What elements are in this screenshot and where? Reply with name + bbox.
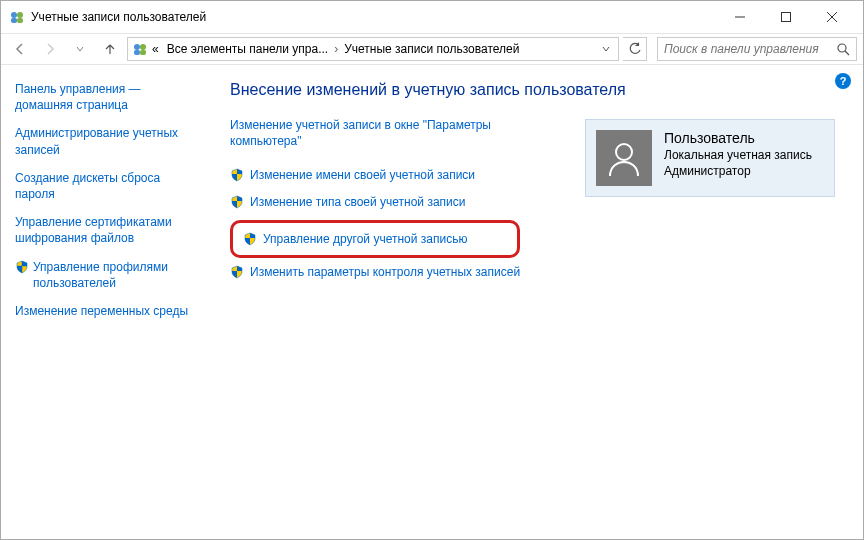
content-area: ? Панель управления — домашняя страница …: [1, 65, 863, 539]
user-name: Пользователь: [664, 130, 824, 146]
shield-icon: [230, 195, 244, 209]
svg-point-14: [616, 144, 632, 160]
search-input[interactable]: [664, 42, 837, 56]
shield-icon: [15, 260, 29, 274]
window-buttons: [717, 3, 855, 31]
search-box[interactable]: [657, 37, 857, 61]
forward-button[interactable]: [37, 36, 63, 62]
breadcrumb-icon: [132, 41, 148, 57]
user-card: Пользователь Локальная учетная запись Ад…: [585, 119, 835, 197]
breadcrumb-part2[interactable]: Учетные записи пользователей: [340, 42, 523, 56]
user-info: Пользователь Локальная учетная запись Ад…: [664, 130, 824, 186]
sidebar-item-reset-disk[interactable]: Создание дискеты сброса пароля: [15, 170, 194, 202]
shield-icon: [230, 168, 244, 182]
avatar: [596, 130, 652, 186]
task-list: Изменение учетной записи в окне "Парамет…: [230, 117, 550, 280]
breadcrumb-prefix: «: [148, 42, 163, 56]
breadcrumb-part1[interactable]: Все элементы панели упра...: [163, 42, 333, 56]
task-change-name[interactable]: Изменение имени своей учетной записи: [230, 167, 550, 183]
titlebar: Учетные записи пользователей: [1, 1, 863, 33]
breadcrumb[interactable]: « Все элементы панели упра... › Учетные …: [127, 37, 619, 61]
sidebar: Панель управления — домашняя страница Ад…: [1, 65, 206, 539]
svg-rect-2: [11, 18, 17, 23]
svg-point-1: [17, 12, 23, 18]
maximize-button[interactable]: [763, 3, 809, 31]
task-change-type[interactable]: Изменение типа своей учетной записи: [230, 194, 550, 210]
page-heading: Внесение изменений в учетную запись поль…: [230, 81, 839, 99]
user-role: Администратор: [664, 164, 824, 180]
app-icon: [9, 9, 25, 25]
navbar: « Все элементы панели упра... › Учетные …: [1, 33, 863, 65]
up-button[interactable]: [97, 36, 123, 62]
sidebar-item-env-vars[interactable]: Изменение переменных среды: [15, 303, 194, 319]
svg-rect-5: [782, 13, 791, 22]
window-title: Учетные записи пользователей: [31, 10, 717, 24]
minimize-button[interactable]: [717, 3, 763, 31]
svg-point-12: [838, 44, 846, 52]
sidebar-item-certificates[interactable]: Управление сертификатами шифрования файл…: [15, 214, 194, 246]
svg-line-13: [845, 51, 849, 55]
task-change-in-settings[interactable]: Изменение учетной записи в окне "Парамет…: [230, 117, 550, 149]
task-manage-other-account[interactable]: Управление другой учетной записью: [243, 231, 507, 247]
close-button[interactable]: [809, 3, 855, 31]
back-button[interactable]: [7, 36, 33, 62]
svg-rect-11: [140, 50, 146, 55]
highlighted-task-box: Управление другой учетной записью: [230, 220, 520, 258]
recent-dropdown[interactable]: [67, 36, 93, 62]
svg-rect-3: [17, 18, 23, 23]
svg-rect-10: [134, 50, 140, 55]
breadcrumb-dropdown[interactable]: [598, 45, 614, 53]
sidebar-item-home[interactable]: Панель управления — домашняя страница: [15, 81, 194, 113]
svg-point-9: [140, 44, 146, 50]
search-icon[interactable]: [837, 43, 850, 56]
shield-icon: [230, 265, 244, 279]
sidebar-item-profiles[interactable]: Управление профилями пользователей: [15, 259, 194, 291]
shield-icon: [243, 232, 257, 246]
window: Учетные записи пользователей: [0, 0, 864, 540]
svg-point-8: [134, 44, 140, 50]
task-uac-settings[interactable]: Изменить параметры контроля учетных запи…: [230, 264, 550, 280]
main-panel: Внесение изменений в учетную запись поль…: [206, 65, 863, 539]
refresh-button[interactable]: [623, 37, 647, 61]
chevron-right-icon: ›: [332, 42, 340, 56]
sidebar-item-admin-accounts[interactable]: Администрирование учетных записей: [15, 125, 194, 157]
svg-point-0: [11, 12, 17, 18]
user-account-type: Локальная учетная запись: [664, 148, 824, 164]
